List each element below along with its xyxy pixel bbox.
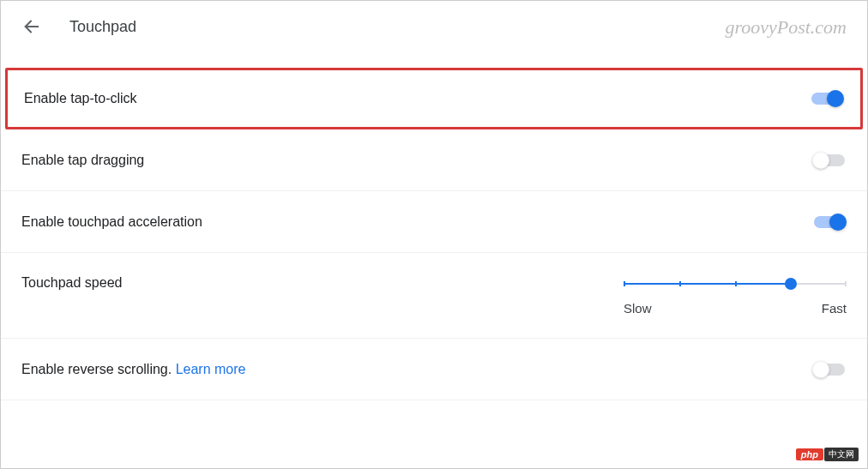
tap-to-click-toggle[interactable] (810, 90, 844, 107)
acceleration-toggle[interactable] (812, 213, 847, 231)
reverse-scroll-label: Enable reverse scrolling. Learn more (21, 362, 245, 377)
php-cn: 中文网 (824, 448, 859, 461)
speed-slider[interactable] (624, 275, 847, 292)
tap-to-click-label: Enable tap-to-click (24, 91, 137, 106)
tap-dragging-label: Enable tap dragging (21, 153, 144, 168)
acceleration-label: Enable touchpad acceleration (21, 214, 202, 230)
speed-slow-label: Slow (624, 301, 652, 316)
page-title: Touchpad (69, 18, 136, 36)
php-badge: php 中文网 (796, 448, 859, 461)
learn-more-link[interactable]: Learn more (176, 362, 246, 376)
setting-reverse-scroll: Enable reverse scrolling. Learn more (1, 339, 867, 400)
back-button[interactable] (21, 16, 42, 37)
speed-fast-label: Fast (822, 301, 847, 316)
setting-tap-dragging: Enable tap dragging (1, 129, 867, 191)
setting-speed: Touchpad speed Slow Fast (1, 253, 867, 339)
tap-dragging-toggle[interactable] (812, 152, 847, 169)
php-pill: php (796, 448, 823, 460)
speed-label: Touchpad speed (21, 275, 122, 291)
setting-acceleration: Enable touchpad acceleration (1, 191, 867, 253)
watermark: groovyPost.com (725, 16, 847, 39)
setting-tap-to-click: Enable tap-to-click (5, 68, 863, 129)
speed-slider-thumb[interactable] (785, 278, 797, 290)
reverse-scroll-toggle[interactable] (812, 361, 847, 378)
